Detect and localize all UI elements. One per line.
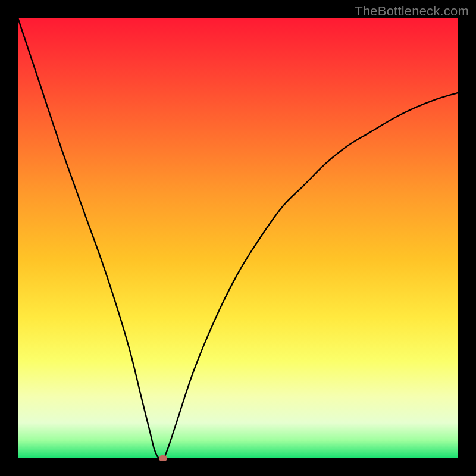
plot-area: [18, 18, 458, 458]
chart-frame: TheBottleneck.com: [0, 0, 476, 476]
bottleneck-curve: [18, 18, 458, 458]
watermark-text: TheBottleneck.com: [355, 4, 469, 19]
minimum-marker: [159, 455, 167, 461]
